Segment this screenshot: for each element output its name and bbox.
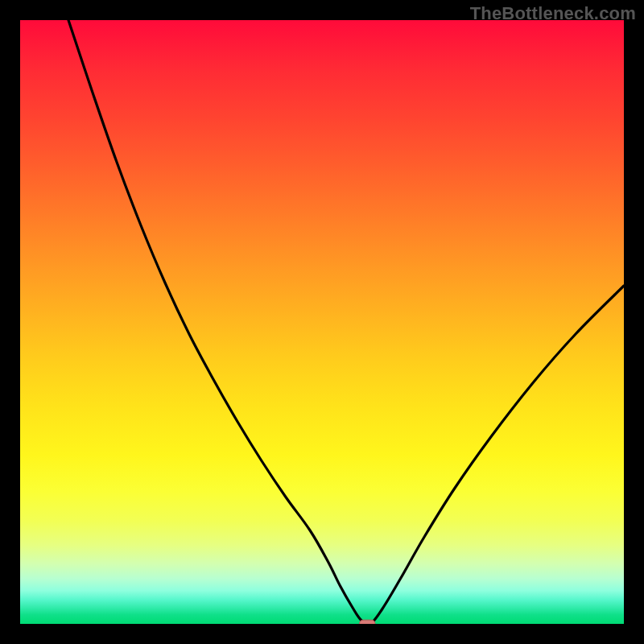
- minimum-marker: [360, 620, 376, 624]
- plot-area: [20, 20, 624, 624]
- bottleneck-curve: [68, 20, 624, 624]
- chart-svg: [20, 20, 624, 624]
- chart-frame: TheBottleneck.com: [0, 0, 644, 644]
- watermark-text: TheBottleneck.com: [470, 3, 636, 24]
